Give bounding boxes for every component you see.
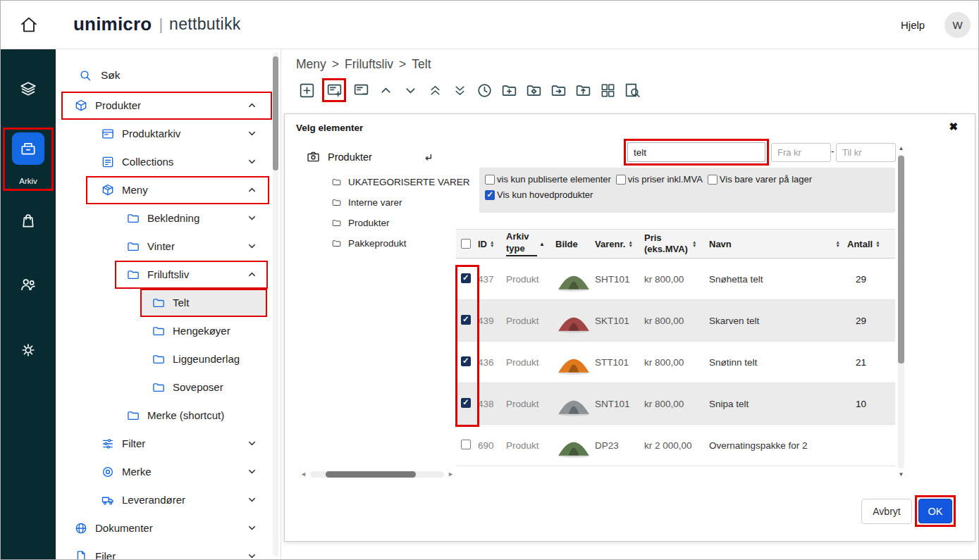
chevron-up-icon[interactable]	[247, 270, 257, 279]
sort-icon[interactable]: ▲▼	[836, 240, 840, 248]
user-avatar[interactable]: W	[944, 12, 971, 38]
chevron-down-icon[interactable]	[247, 495, 257, 504]
sort-icon[interactable]: ▲▼	[628, 240, 632, 248]
table-row-439[interactable]: 439 Produkt SKT101 kr 800,00 Skarven tel…	[456, 300, 895, 342]
price-to-input[interactable]	[836, 143, 896, 162]
select-all-checkbox[interactable]	[461, 239, 471, 249]
sort-icon[interactable]: ▲▼	[692, 240, 696, 248]
sidebar-item-dokumenter[interactable]: Dokumenter	[56, 514, 281, 542]
preview-search-icon[interactable]	[623, 81, 642, 100]
gear-icon[interactable]	[19, 341, 37, 359]
bag-icon[interactable]	[19, 211, 37, 230]
sidebar-item-merke[interactable]: Merke	[56, 458, 281, 486]
table-row-436[interactable]: 436 Produkt STT101 kr 800,00 Snøtinn tel…	[456, 342, 895, 383]
layers-icon[interactable]	[19, 80, 37, 99]
sidebar-scrollbar-thumb[interactable]	[273, 56, 278, 170]
sort-icon[interactable]: ▲▼	[875, 240, 880, 248]
product-search-input[interactable]	[627, 142, 765, 162]
checkbox-icon[interactable]	[485, 190, 495, 200]
sidebar-item-filter[interactable]: Filter	[56, 430, 281, 458]
folder-export-icon[interactable]	[574, 81, 593, 100]
people-icon[interactable]	[19, 275, 37, 293]
tree-horizontal-scrollbar[interactable]: ◄ ►	[300, 469, 454, 479]
checkbox-icon[interactable]	[485, 175, 495, 185]
column-header-varenr[interactable]: Varenr.▲▼	[592, 239, 641, 249]
sidebar-item-soveposer[interactable]: Soveposer	[56, 373, 281, 402]
tree-item-pakkeprodukt[interactable]: Pakkeprodukt	[331, 233, 470, 254]
column-header-pris[interactable]: Pris (eks.MVA)▲▼	[641, 232, 706, 256]
chevron-down-icon[interactable]	[247, 467, 257, 476]
scroll-right-icon[interactable]: ►	[448, 471, 454, 478]
scrollbar-thumb[interactable]	[326, 471, 416, 478]
folder-add-icon[interactable]	[500, 81, 519, 100]
remove-list-element-icon[interactable]	[352, 81, 371, 100]
sidebar-item-vinter[interactable]: Vinter	[56, 232, 281, 261]
column-header-navn[interactable]: Navn▲▼	[706, 239, 844, 249]
chevron-down-icon[interactable]	[247, 129, 257, 138]
scroll-up-icon[interactable]: ▲	[897, 145, 905, 151]
add-element-icon[interactable]	[297, 81, 316, 100]
chevron-down-icon[interactable]	[247, 439, 257, 448]
tree-item-interne-varer[interactable]: Interne varer	[331, 192, 470, 213]
sidebar-item-telt[interactable]: Telt	[56, 289, 281, 317]
sort-icon[interactable]: ▲▼	[490, 240, 494, 248]
scrollbar-thumb[interactable]	[898, 156, 904, 363]
sidebar-item-collections[interactable]: Collections	[56, 148, 281, 176]
filter-in-stock-checkbox[interactable]: Vis bare varer på lager	[708, 174, 812, 185]
column-header-arkiv-type[interactable]: Arkiv type▲	[503, 231, 553, 256]
scrollbar-track[interactable]	[898, 154, 904, 468]
move-down-icon[interactable]	[401, 81, 420, 100]
chevron-up-icon[interactable]	[247, 185, 257, 194]
archive-nav-button[interactable]	[12, 132, 44, 165]
table-row-438[interactable]: 438 Produkt SNT101 kr 800,00 Snipa telt …	[456, 383, 895, 425]
grid-view-icon[interactable]	[598, 81, 617, 100]
chevron-down-icon[interactable]	[247, 213, 257, 223]
chevron-down-icon[interactable]	[247, 157, 257, 166]
chevron-down-icon[interactable]	[247, 242, 257, 251]
sidebar-item-produkter[interactable]: Produkter	[56, 92, 281, 120]
checkbox-icon[interactable]	[616, 175, 626, 185]
tree-root-produkter[interactable]: Produkter	[306, 149, 372, 164]
column-header-antall[interactable]: Antall▲▼	[844, 239, 895, 249]
tree-item-ukategoriserte-varer[interactable]: UKATEGORISERTE VARER	[331, 172, 470, 192]
scroll-down-icon[interactable]: ▼	[897, 471, 905, 478]
filter-incl-mva-checkbox[interactable]: vis priser inkl.MVA	[616, 174, 703, 185]
cancel-button[interactable]: Avbryt	[861, 499, 912, 524]
sidebar-item-meny[interactable]: Meny	[56, 176, 281, 204]
folder-move-icon[interactable]	[549, 81, 568, 100]
scrollbar-track[interactable]	[310, 471, 444, 478]
sidebar-item-liggeunderlag[interactable]: Liggeunderlag	[56, 345, 281, 373]
sidebar-item-bekledning[interactable]: Bekledning	[56, 204, 281, 232]
tree-collapse-icon[interactable]	[423, 152, 433, 162]
move-to-bottom-icon[interactable]	[450, 81, 469, 100]
move-up-icon[interactable]	[376, 81, 395, 100]
breadcrumb-item-telt[interactable]: Telt	[412, 57, 431, 71]
scroll-left-icon[interactable]: ◄	[300, 471, 307, 478]
chevron-down-icon[interactable]	[247, 552, 257, 560]
chevron-up-icon[interactable]	[247, 101, 257, 110]
sidebar-search[interactable]: Søk	[56, 61, 281, 92]
sidebar-scrollbar[interactable]	[273, 52, 278, 556]
help-link[interactable]: Hjelp	[901, 19, 925, 31]
ok-button[interactable]: OK	[918, 499, 952, 523]
sidebar-item-produktarkiv[interactable]: Produktarkiv	[56, 120, 281, 148]
column-header-id[interactable]: ID▲▼	[475, 239, 503, 249]
table-vertical-scrollbar[interactable]: ▲ ▼	[897, 145, 905, 478]
filter-main-products-checkbox[interactable]: Vis kun hovedprodukter	[485, 189, 593, 200]
sidebar-item-friluftsliv[interactable]: Friluftsliv	[56, 261, 281, 289]
sidebar-item-filer[interactable]: Filer	[56, 542, 281, 560]
table-row-690[interactable]: 690 Produkt DP23 kr 2 000,00 Overnatings…	[456, 425, 895, 466]
chevron-down-icon[interactable]	[247, 523, 257, 533]
table-row-437[interactable]: 437 Produkt SHT101 kr 800,00 Snøhetta te…	[456, 259, 895, 300]
add-list-element-icon[interactable]	[322, 78, 346, 102]
close-icon[interactable]: ✖	[949, 120, 958, 133]
filter-published-checkbox[interactable]: vis kun publiserte elementer	[485, 174, 611, 185]
history-icon[interactable]	[475, 81, 494, 100]
sidebar-item-leverandorer[interactable]: Leverandører	[56, 486, 281, 514]
sidebar-item-hengekoyer[interactable]: Hengekøyer	[56, 317, 281, 345]
folder-settings-icon[interactable]	[524, 81, 543, 100]
checkbox-icon[interactable]	[708, 175, 718, 185]
move-to-top-icon[interactable]	[426, 81, 445, 100]
sidebar-item-merke-shortcut[interactable]: Merke (shortcut)	[56, 402, 281, 430]
breadcrumb-item-meny[interactable]: Meny	[296, 57, 326, 71]
